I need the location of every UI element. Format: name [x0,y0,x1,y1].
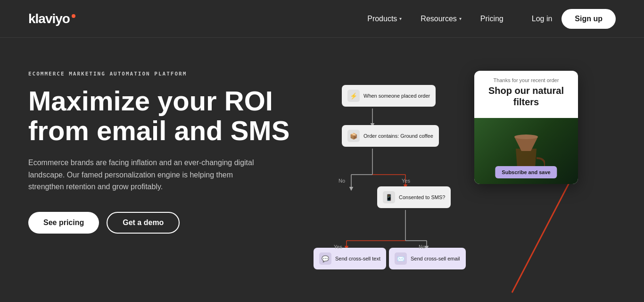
email-icon: ✉️ [395,252,407,265]
svg-point-1 [514,134,538,139]
hero-content: ECOMMERCE MARKETING AUTOMATION PLATFORM … [28,61,292,302]
flow-node-4: 💬 Send cross-sell text [314,248,386,269]
see-pricing-button[interactable]: See pricing [28,212,99,234]
node4-text: Send cross-sell text [335,255,380,262]
email-card-title: Shop our natural filters [482,85,570,108]
nav-resources[interactable]: Resources ▾ [421,15,461,23]
hero-section: ECOMMERCE MARKETING AUTOMATION PLATFORM … [0,38,644,302]
nav-links: Products ▾ Resources ▾ Pricing [367,15,504,23]
hero-visual: Thanks for your recent order Shop our na… [311,61,616,302]
signup-button[interactable]: Sign up [561,9,616,29]
flow-diagram: ⚡ When someone placed order 📦 Order cont… [311,71,490,302]
label-no-1: No [339,178,345,184]
hero-title: Maximize your ROIfrom email and SMS [28,86,292,145]
nav-pricing[interactable]: Pricing [480,15,504,23]
flow-node-5: ✉️ Send cross-sell email [389,248,466,269]
package-icon: 📦 [347,130,360,142]
email-thanks-text: Thanks for your recent order [482,77,570,83]
label-no-2: No [419,244,425,250]
nav-products[interactable]: Products ▾ [367,15,402,23]
navigation: klaviyo Products ▾ Resources ▾ Pricing L… [0,0,644,38]
text-icon: 💬 [319,252,331,265]
node3-text: Consented to SMS? [399,194,445,201]
get-demo-button[interactable]: Get a demo [107,212,180,234]
node1-text: When someone placed order [363,92,430,99]
eyebrow-text: ECOMMERCE MARKETING AUTOMATION PLATFORM [28,71,292,77]
nav-actions: Log in Sign up [532,9,616,29]
sms-icon: 📱 [383,191,395,203]
subscribe-save-button[interactable]: Subscribe and save [495,166,557,178]
hero-buttons: See pricing Get a demo [28,212,292,234]
node2-text: Order contains: Ground coffee [363,133,433,139]
login-button[interactable]: Log in [532,15,553,23]
node5-text: Send cross-sell email [411,255,460,262]
chevron-down-icon: ▾ [459,16,462,21]
email-card-header: Thanks for your recent order Shop our na… [474,71,578,118]
chevron-down-icon: ▾ [399,16,402,21]
email-preview-card: Thanks for your recent order Shop our na… [474,71,578,184]
email-card-image: Subscribe and save [474,118,578,184]
flow-node-3: 📱 Consented to SMS? [377,186,451,208]
label-yes-1: Yes [402,178,410,184]
logo[interactable]: klaviyo [28,11,75,26]
order-icon: ⚡ [347,90,360,102]
hero-subtitle: Ecommerce brands are facing inflation an… [28,157,255,193]
label-yes-2: Yes [334,244,342,250]
flow-node-2: 📦 Order contains: Ground coffee [342,125,439,147]
flow-node-1: ⚡ When someone placed order [342,85,436,107]
